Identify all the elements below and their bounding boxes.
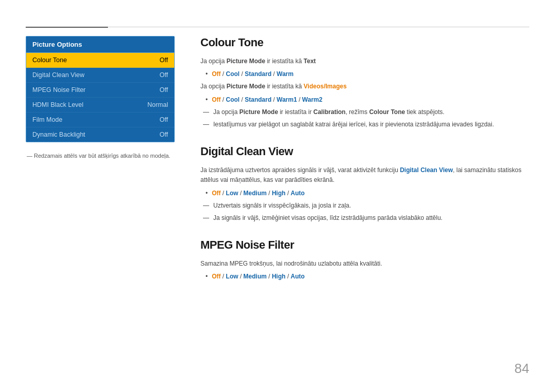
menu-label: Colour Tone bbox=[32, 57, 67, 64]
colour-tone-text2: Ja opcija Picture Mode ir iestatīta kā V… bbox=[200, 82, 529, 91]
colour-tone-bullet2: • Off / Cool / Standard / Warm1 / Warm2 bbox=[206, 95, 529, 105]
menu-label: Film Mode bbox=[32, 116, 62, 123]
panel-title: Picture Options bbox=[26, 36, 174, 53]
section-title-digital-clean-view: Digital Clean View bbox=[200, 145, 529, 158]
page-number: 84 bbox=[514, 361, 529, 377]
menu-label: Digital Clean View bbox=[32, 71, 84, 79]
mpeg-bullet1: • Off / Low / Medium / High / Auto bbox=[206, 272, 529, 282]
menu-value: Off bbox=[160, 71, 168, 79]
menu-item-film-mode[interactable]: Film Mode Off bbox=[26, 113, 174, 127]
dcv-text1: Ja izstrādājuma uztvertos apraides signā… bbox=[200, 165, 529, 185]
left-panel: Picture Options Colour Tone Off Digital … bbox=[26, 36, 175, 159]
colour-tone-text1: Ja opcija Picture Mode ir iestatīta kā T… bbox=[200, 57, 529, 66]
dcv-bullet1: • Off / Low / Medium / High / Auto bbox=[206, 189, 529, 198]
menu-item-digital-clean-view[interactable]: Digital Clean View Off bbox=[26, 68, 174, 83]
menu-label: MPEG Noise Filter bbox=[32, 86, 86, 94]
menu-value: Off bbox=[160, 86, 168, 94]
right-content: Colour Tone Ja opcija Picture Mode ir ie… bbox=[200, 36, 529, 297]
menu-item-colour-tone[interactable]: Colour Tone Off bbox=[26, 53, 174, 68]
top-accent bbox=[26, 27, 108, 28]
colour-tone-dash2: — Iestatījumus var pielāgot un saglabāt … bbox=[203, 120, 529, 129]
picture-options-box: Picture Options Colour Tone Off Digital … bbox=[26, 36, 175, 142]
section-title-mpeg-noise-filter: MPEG Noise Filter bbox=[200, 238, 529, 252]
menu-item-hdmi-black-level[interactable]: HDMI Black Level Normal bbox=[26, 98, 174, 113]
menu-label: Dynamic Backlight bbox=[32, 131, 85, 138]
menu-value: Off bbox=[160, 116, 168, 123]
menu-value: Off bbox=[160, 57, 168, 64]
section-mpeg-noise-filter: MPEG Noise Filter Samazina MPEG trokšņus… bbox=[200, 238, 529, 282]
menu-label: HDMI Black Level bbox=[32, 101, 83, 108]
menu-item-dynamic-backlight[interactable]: Dynamic Backlight Off bbox=[26, 127, 174, 142]
dcv-dash2: — Ja signāls ir vājš, izmēģiniet visas o… bbox=[203, 213, 529, 223]
menu-value: Normal bbox=[147, 101, 168, 108]
mpeg-text1: Samazina MPEG trokšņus, lai nodrošinātu … bbox=[200, 259, 529, 269]
menu-item-mpeg-noise-filter[interactable]: MPEG Noise Filter Off bbox=[26, 83, 174, 98]
colour-tone-bullet1: • Off / Cool / Standard / Warm bbox=[206, 69, 529, 79]
section-digital-clean-view: Digital Clean View Ja izstrādājuma uztve… bbox=[200, 145, 529, 223]
dcv-dash1: — Uztvertais signāls ir visspēcīgākais, … bbox=[203, 201, 529, 211]
section-colour-tone: Colour Tone Ja opcija Picture Mode ir ie… bbox=[200, 36, 529, 129]
section-title-colour-tone: Colour Tone bbox=[200, 36, 529, 49]
colour-tone-dash1: — Ja opcija Picture Mode ir iestatīta ir… bbox=[203, 107, 529, 117]
panel-note: — Redzamais attēls var būt atšķirīgs atk… bbox=[26, 153, 175, 159]
menu-value: Off bbox=[160, 131, 168, 138]
